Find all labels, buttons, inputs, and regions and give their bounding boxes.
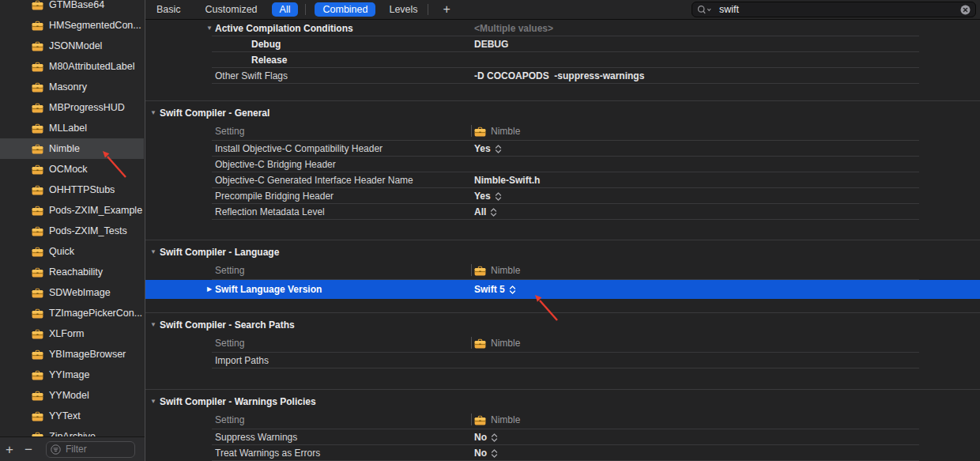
setting-row-active-compilation-conditions[interactable]: ▼Active Compilation Conditions<Multiple … bbox=[145, 21, 980, 36]
sidebar-item-pods-zxim-example[interactable]: Pods-ZXIM_Example bbox=[0, 200, 144, 221]
disclosure-down-icon[interactable]: ▼ bbox=[149, 244, 157, 261]
tab-basic[interactable]: Basic bbox=[156, 2, 181, 17]
popup-chevrons-icon[interactable] bbox=[509, 285, 516, 294]
disclosure-down-icon[interactable]: ▼ bbox=[205, 21, 213, 36]
sidebar-item-quick[interactable]: Quick bbox=[0, 241, 144, 262]
setting-row-objective-c-generated-interface-header-name[interactable]: Objective-C Generated Interface Header N… bbox=[145, 172, 980, 188]
sidebar-item-label: Masonry bbox=[49, 81, 87, 93]
column-divider bbox=[471, 125, 472, 137]
sidebar-item-yymodel[interactable]: YYModel bbox=[0, 385, 144, 406]
xcode-build-settings-window: { "sidebar": { "items": [ {"label": "GTM… bbox=[0, 0, 980, 461]
sidebar-item-reachability[interactable]: Reachability bbox=[0, 262, 144, 282]
sidebar-item-ohhttpstubs[interactable]: OHHTTPStubs bbox=[0, 179, 144, 200]
sidebar-item-yyimage[interactable]: YYImage bbox=[0, 365, 144, 385]
section-title: Swift Compiler - Search Paths bbox=[160, 319, 295, 331]
setting-value[interactable]: All bbox=[474, 204, 497, 220]
setting-row-install-objective-c-compatibility-header[interactable]: Install Objective-C Compatibility Header… bbox=[145, 141, 980, 157]
sidebar-item-mbprogresshud[interactable]: MBProgressHUD bbox=[0, 97, 144, 118]
setting-value-text: Nimble-Swift.h bbox=[474, 175, 540, 186]
sidebar-item-masonry[interactable]: Masonry bbox=[0, 77, 144, 97]
setting-row-debug[interactable]: DebugDEBUG bbox=[145, 36, 980, 52]
column-header-target: Nimble bbox=[474, 122, 520, 141]
sidebar-item-yytext[interactable]: YYText bbox=[0, 406, 144, 426]
sidebar-item-label: YYText bbox=[49, 410, 81, 421]
target-icon bbox=[32, 21, 43, 31]
clear-search-icon[interactable] bbox=[960, 5, 971, 15]
tab-all[interactable]: All bbox=[272, 2, 299, 17]
sidebar-item-pods-zxim-tests[interactable]: Pods-ZXIM_Tests bbox=[0, 221, 144, 241]
target-icon bbox=[32, 0, 43, 10]
disclosure-right-icon[interactable]: ▶ bbox=[205, 280, 213, 299]
target-icon bbox=[32, 144, 43, 154]
disclosure-down-icon[interactable]: ▼ bbox=[149, 316, 157, 334]
sidebar-item-mllabel[interactable]: MLLabel bbox=[0, 118, 144, 138]
popup-chevrons-icon[interactable] bbox=[490, 208, 497, 217]
add-build-setting-button[interactable]: + bbox=[443, 1, 450, 18]
tab-customized[interactable]: Customized bbox=[205, 2, 258, 17]
setting-value[interactable]: Yes bbox=[474, 188, 502, 204]
setting-row-objective-c-bridging-header[interactable]: Objective-C Bridging Header bbox=[145, 157, 980, 172]
setting-row-suppress-warnings[interactable]: Suppress WarningsNo bbox=[145, 429, 980, 445]
sidebar-item-jsonmodel[interactable]: JSONModel bbox=[0, 36, 144, 56]
popup-chevrons-icon[interactable] bbox=[495, 145, 502, 153]
column-header-target: Nimble bbox=[474, 410, 520, 429]
sidebar-item-label: YYImage bbox=[49, 369, 89, 380]
target-icon bbox=[32, 329, 43, 339]
setting-value[interactable]: No bbox=[474, 445, 498, 461]
tab-combined[interactable]: Combined bbox=[315, 2, 375, 17]
sidebar-item-ybimagebrowser[interactable]: YBImageBrowser bbox=[0, 344, 144, 365]
sidebar-item-label: GTMBase64 bbox=[49, 0, 104, 10]
target-icon bbox=[32, 308, 43, 319]
sidebar-item-gtmbase64[interactable]: GTMBase64 bbox=[0, 0, 144, 15]
sidebar-item-ocmock[interactable]: OCMock bbox=[0, 159, 144, 179]
column-divider bbox=[471, 264, 472, 276]
setting-value[interactable]: Yes bbox=[474, 141, 502, 157]
search-icon[interactable] bbox=[697, 5, 714, 15]
popup-chevrons-icon[interactable] bbox=[495, 192, 502, 201]
top-rows: ▼Active Compilation Conditions<Multiple … bbox=[145, 21, 980, 84]
setting-value[interactable]: No bbox=[474, 429, 498, 445]
remove-target-button[interactable]: − bbox=[19, 438, 38, 461]
sidebar-item-xlform[interactable]: XLForm bbox=[0, 323, 144, 344]
filter-input[interactable] bbox=[64, 443, 130, 455]
column-header-target: Nimble bbox=[474, 261, 520, 280]
disclosure-down-icon[interactable]: ▼ bbox=[149, 393, 157, 410]
section-header[interactable]: ▼Swift Compiler - Search Paths bbox=[145, 316, 980, 334]
sidebar-item-label: JSONModel bbox=[49, 40, 102, 51]
popup-chevrons-icon[interactable] bbox=[491, 433, 498, 442]
disclosure-down-icon[interactable]: ▼ bbox=[149, 104, 157, 122]
sidebar-item-hmsegmentedcon[interactable]: HMSegmentedCon... bbox=[0, 15, 144, 36]
search-field[interactable] bbox=[692, 2, 976, 17]
section-header[interactable]: ▼Swift Compiler - Warnings Policies bbox=[145, 393, 980, 410]
section-swift-compiler-language: ▼Swift Compiler - LanguageSettingNimble▶… bbox=[145, 240, 980, 312]
setting-row-import-paths[interactable]: Import Paths bbox=[145, 353, 980, 368]
section-swift-compiler-general: ▼Swift Compiler - GeneralSettingNimbleIn… bbox=[145, 100, 980, 220]
setting-row-precompile-bridging-header[interactable]: Precompile Bridging HeaderYes bbox=[145, 188, 980, 204]
section-header[interactable]: ▼Swift Compiler - General bbox=[145, 104, 980, 122]
setting-row-treat-warnings-as-errors[interactable]: Treat Warnings as ErrorsNo bbox=[145, 445, 980, 461]
sidebar-item-sdwebimage[interactable]: SDWebImage bbox=[0, 282, 144, 303]
setting-value-text: Yes bbox=[474, 143, 491, 154]
target-list: GTMBase64HMSegmentedCon...JSONModelM80At… bbox=[0, 0, 144, 447]
tab-group: BasicCustomizedAllCombinedLevels+ bbox=[145, 0, 450, 19]
target-icon bbox=[32, 391, 43, 401]
setting-value-text: All bbox=[474, 206, 486, 217]
setting-row-other-swift-flags[interactable]: Other Swift Flags-D COCOAPODS -suppress-… bbox=[145, 68, 980, 84]
setting-label: Objective-C Bridging Header bbox=[215, 157, 336, 172]
popup-chevrons-icon[interactable] bbox=[491, 449, 498, 458]
target-icon bbox=[32, 164, 43, 175]
setting-label: Suppress Warnings bbox=[215, 429, 297, 445]
column-header-row: SettingNimble bbox=[145, 122, 980, 141]
tab-levels[interactable]: Levels bbox=[389, 2, 417, 17]
setting-row-swift-language-version[interactable]: ▶Swift Language VersionSwift 5 bbox=[145, 280, 980, 299]
section-header[interactable]: ▼Swift Compiler - Language bbox=[145, 244, 980, 261]
setting-row-reflection-metadata-level[interactable]: Reflection Metadata LevelAll bbox=[145, 204, 980, 220]
add-target-button[interactable]: + bbox=[0, 438, 19, 461]
sidebar-item-m80attributedlabel[interactable]: M80AttributedLabel bbox=[0, 56, 144, 77]
sidebar-item-nimble[interactable]: Nimble bbox=[0, 138, 144, 159]
setting-row-release[interactable]: Release bbox=[145, 52, 980, 68]
filter-field[interactable] bbox=[46, 441, 135, 458]
setting-value[interactable]: Swift 5 bbox=[474, 280, 516, 299]
search-input[interactable] bbox=[718, 3, 960, 16]
sidebar-item-tzimagepickercon[interactable]: TZImagePickerCon... bbox=[0, 303, 144, 323]
